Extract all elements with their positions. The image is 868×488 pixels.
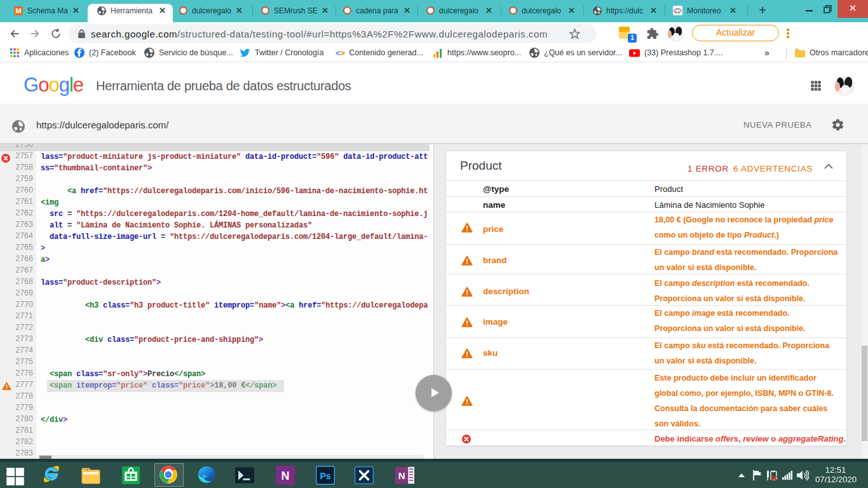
svg-text:Ps: Ps <box>320 471 330 481</box>
svg-text:N: N <box>398 470 405 481</box>
svg-text:N: N <box>281 470 290 482</box>
